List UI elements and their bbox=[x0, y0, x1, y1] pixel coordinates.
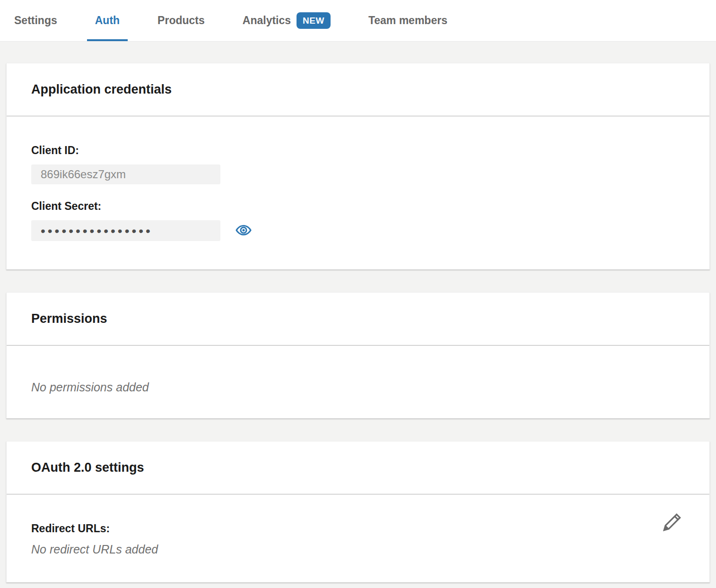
tab-analytics-label: Analytics bbox=[243, 14, 291, 27]
oauth-settings-header: OAuth 2.0 settings bbox=[7, 441, 709, 494]
eye-icon bbox=[236, 222, 252, 240]
oauth-settings-body: Redirect URLs: No redirect URLs added bbox=[7, 494, 709, 582]
client-secret-label: Client Secret: bbox=[31, 199, 685, 213]
tab-bar: Settings Auth Products Analytics NEW Tea… bbox=[0, 0, 716, 42]
edit-redirect-urls-button[interactable] bbox=[661, 511, 683, 535]
application-credentials-card: Application credentials Client ID: 869ik… bbox=[6, 63, 710, 269]
client-id-label: Client ID: bbox=[31, 144, 685, 157]
client-secret-row: •••••••••••••••• bbox=[31, 220, 685, 241]
application-credentials-title: Application credentials bbox=[31, 82, 172, 97]
tab-analytics[interactable]: Analytics NEW bbox=[243, 0, 331, 41]
client-id-field[interactable]: 869ik66esz7gxm bbox=[31, 164, 220, 184]
pencil-icon bbox=[661, 527, 683, 535]
application-credentials-header: Application credentials bbox=[7, 63, 709, 116]
tab-team-members[interactable]: Team members bbox=[368, 0, 447, 41]
redirect-urls-empty-text: No redirect URLs added bbox=[31, 542, 685, 557]
oauth-settings-card: OAuth 2.0 settings Redirect URLs: No red… bbox=[6, 441, 710, 582]
tab-settings[interactable]: Settings bbox=[14, 0, 57, 41]
permissions-title: Permissions bbox=[31, 311, 107, 326]
tab-products[interactable]: Products bbox=[157, 0, 205, 41]
permissions-header: Permissions bbox=[7, 293, 709, 346]
permissions-empty-text: No permissions added bbox=[31, 380, 685, 395]
redirect-urls-label: Redirect URLs: bbox=[31, 522, 685, 535]
show-client-secret-button[interactable] bbox=[236, 222, 252, 240]
application-credentials-body: Client ID: 869ik66esz7gxm Client Secret:… bbox=[7, 116, 709, 269]
tab-auth[interactable]: Auth bbox=[95, 0, 120, 41]
permissions-card: Permissions No permissions added bbox=[6, 292, 710, 418]
oauth-settings-title: OAuth 2.0 settings bbox=[31, 460, 144, 475]
client-secret-field[interactable]: •••••••••••••••• bbox=[31, 220, 220, 241]
permissions-body: No permissions added bbox=[7, 346, 709, 418]
new-badge: NEW bbox=[297, 12, 331, 29]
